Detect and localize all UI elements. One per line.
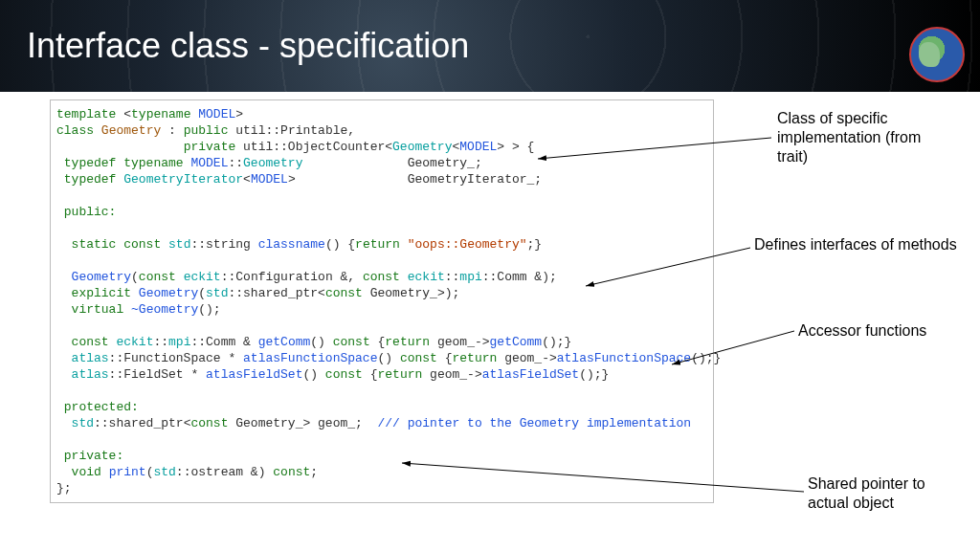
jcsda-logo <box>909 27 965 82</box>
slide-body: template <typename MODEL> class Geometry… <box>0 92 980 503</box>
svg-line-2 <box>672 331 794 364</box>
svg-line-3 <box>402 463 804 492</box>
annotation-arrows <box>0 92 980 551</box>
svg-line-0 <box>538 138 771 159</box>
svg-line-1 <box>586 248 750 286</box>
slide-title: Interface class - specification <box>27 26 469 66</box>
slide-header: Interface class - specification <box>0 0 980 92</box>
